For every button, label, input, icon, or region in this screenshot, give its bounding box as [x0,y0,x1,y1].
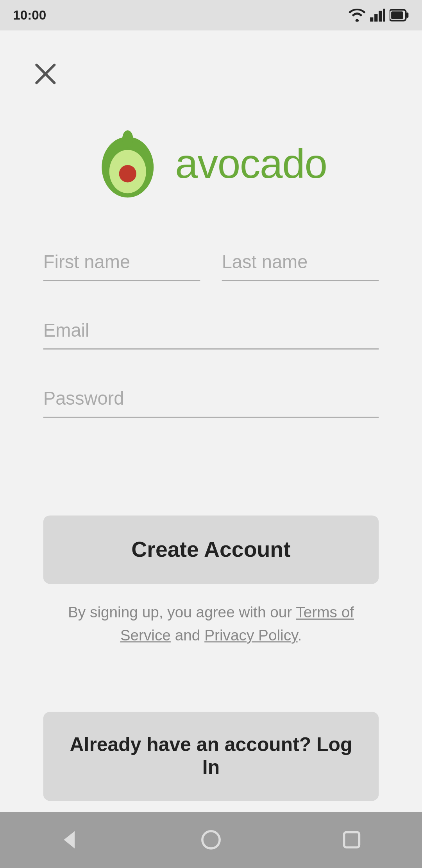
svg-rect-5 [406,13,409,18]
svg-rect-15 [344,832,359,847]
home-nav-button[interactable] [187,816,235,864]
main-content: avocado Create Account By signing up, yo… [0,30,422,812]
svg-rect-0 [370,17,373,22]
nav-bar [0,812,422,868]
svg-rect-6 [391,11,403,19]
email-group [43,314,379,350]
svg-rect-1 [374,14,377,22]
battery-icon [390,9,409,22]
avocado-logo-icon [95,126,160,202]
app-name: avocado [175,140,327,187]
name-row [43,245,379,281]
privacy-policy-link[interactable]: Privacy Policy [204,626,297,643]
create-account-button[interactable]: Create Account [43,515,379,584]
svg-rect-3 [383,9,385,22]
last-name-input[interactable] [222,245,379,281]
status-bar: 10:00 [0,0,422,30]
svg-marker-13 [64,831,75,848]
password-input[interactable] [43,382,379,418]
svg-point-12 [122,130,133,147]
login-button[interactable]: Already have an account? Log In [43,712,379,801]
svg-point-14 [202,831,220,848]
logo-section: avocado [43,126,379,202]
first-name-group [43,245,200,281]
home-nav-icon [200,829,222,851]
password-group [43,382,379,418]
form-section: Create Account By signing up, you agree … [43,245,379,812]
close-icon [34,62,57,86]
first-name-input[interactable] [43,245,200,281]
svg-point-11 [119,165,136,182]
wifi-icon [349,9,366,22]
last-name-group [222,245,379,281]
status-time: 10:00 [13,7,46,23]
svg-rect-2 [379,11,382,22]
signal-icon [370,9,385,22]
recents-nav-icon [342,830,361,850]
back-nav-icon [59,829,81,851]
terms-text: By signing up, you agree with our Terms … [43,601,379,647]
recents-nav-button[interactable] [328,816,376,864]
status-icons [349,9,409,22]
email-input[interactable] [43,314,379,350]
close-button[interactable] [26,54,65,93]
back-nav-button[interactable] [46,816,94,864]
